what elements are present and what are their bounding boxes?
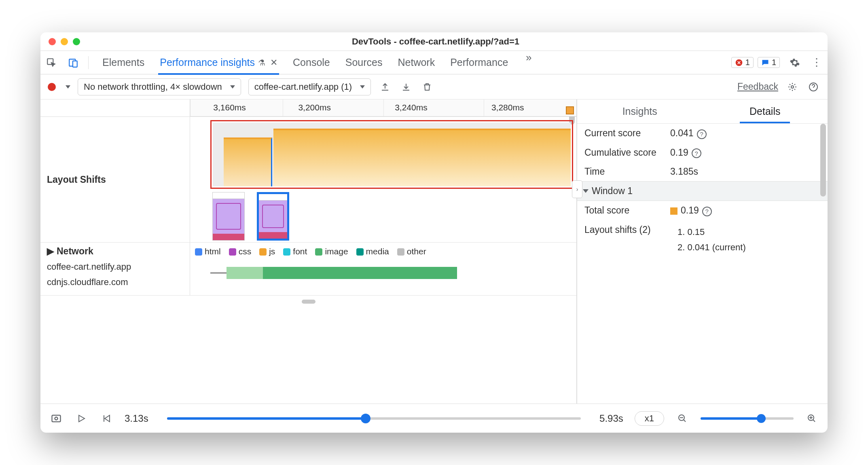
legend-swatch-other [397,248,404,256]
help-icon[interactable]: ? [697,129,707,139]
range-start: 3.13s [125,413,148,424]
cumulative-score-label: Cumulative score [584,147,665,158]
zoom-slider[interactable] [701,417,794,420]
tab-sources[interactable]: Sources [344,51,384,74]
tab-elements[interactable]: Elements [101,51,146,74]
network-legend: html css js font image media other [190,243,576,260]
screenshot-thumb-selected[interactable] [257,192,289,241]
minimize-window-icon[interactable] [61,38,68,45]
total-score-value: 0.19 [681,205,699,216]
titlebar: DevTools - coffee-cart.netlify.app/?ad=1 [40,32,828,51]
network-section-label[interactable]: ▶ Network [47,246,93,257]
tab-performance-insights[interactable]: Performance insights ⚗ ✕ [158,51,279,74]
network-request-bar[interactable] [210,267,457,279]
help-icon[interactable]: ? [692,148,701,158]
timeline-area: 3,160ms 3,200ms 3,240ms 3,280ms Layout S… [40,99,577,404]
panel-toolbar: No network throttling, 4× slowdown coffe… [40,74,828,99]
window-title: DevTools - coffee-cart.netlify.app/?ad=1 [80,36,791,47]
cls-window-highlight[interactable] [210,120,573,189]
zoom-in-icon[interactable] [805,412,819,425]
network-host[interactable]: cdnjs.cloudflare.com [47,277,128,287]
time-label: Time [584,166,665,177]
network-host[interactable]: coffee-cart.netlify.app [47,262,131,272]
inspect-icon[interactable] [44,56,58,70]
tab-performance[interactable]: Performance [449,51,510,74]
help-icon[interactable] [807,80,820,94]
svg-rect-2 [73,61,77,67]
maximize-window-icon[interactable] [73,38,80,45]
legend-swatch-media [356,248,364,256]
more-tabs-icon[interactable]: » [522,51,536,65]
export-icon[interactable] [378,80,392,94]
help-icon[interactable]: ? [702,207,712,216]
tab-network[interactable]: Network [396,51,437,74]
recording-select[interactable]: coffee-cart.netlify.app (1) [248,78,371,95]
svg-point-4 [791,86,794,88]
time-value: 3.185s [670,166,698,177]
experiment-icon: ⚗ [258,58,265,68]
legend-swatch-html [195,248,202,256]
collapse-triangle-icon [583,189,589,193]
device-toggle-icon[interactable] [66,56,80,70]
legend-swatch-image [315,248,322,256]
layout-shifts-count-label: Layout shifts (2) [584,224,665,235]
delete-icon[interactable] [420,80,434,94]
cls-marker-icon[interactable] [566,106,574,114]
current-score-value: 0.041 [670,128,694,138]
tick-label: 3,160ms [213,103,246,112]
tick-label: 3,240ms [395,103,428,112]
insights-tab[interactable]: Insights [577,99,703,123]
legend-swatch-css [229,248,236,256]
zoom-out-icon[interactable] [675,412,689,425]
import-icon[interactable] [399,80,413,94]
horizontal-scrollbar[interactable] [302,300,315,304]
devtools-tabs: Elements Performance insights ⚗ ✕ Consol… [40,51,828,74]
svg-point-7 [55,417,58,420]
legend-swatch-js [259,248,267,256]
time-ruler[interactable]: 3,160ms 3,200ms 3,240ms 3,280ms [190,99,576,116]
close-tab-icon[interactable]: ✕ [270,57,277,68]
rewind-icon[interactable] [100,412,113,425]
range-end: 5.93s [599,413,623,424]
current-score-label: Current score [584,128,665,139]
panel-settings-icon[interactable] [785,80,799,94]
tick-label: 3,200ms [298,103,331,112]
layout-shifts-track[interactable] [190,117,576,242]
details-tab[interactable]: Details [703,99,828,123]
svg-rect-6 [52,415,61,421]
error-count-badge[interactable]: 1 [731,57,754,68]
play-icon[interactable] [74,412,88,425]
total-score-label: Total score [584,205,665,216]
details-panel: › Insights Details Current score 0.041? … [577,99,828,404]
panel-collapse-handle[interactable]: › [572,180,582,198]
throttling-select[interactable]: No network throttling, 4× slowdown [78,78,241,95]
legend-swatch-font [283,248,290,256]
panel-scrollbar[interactable] [820,124,826,197]
feedback-link[interactable]: Feedback [737,81,778,92]
tick-label: 3,280ms [491,103,524,112]
shift-item[interactable]: 1. 0.15 [670,224,753,240]
kebab-menu-icon[interactable]: ⋮ [810,56,824,70]
shift-item[interactable]: 2. 0.041 (current) [670,240,753,255]
time-range-slider[interactable] [167,417,581,420]
expand-triangle-icon[interactable]: ▶ [47,246,54,257]
screenshot-thumb[interactable] [212,192,245,241]
window-section-header[interactable]: Window 1 [577,181,828,201]
record-button[interactable] [48,83,56,91]
settings-gear-icon[interactable] [788,56,802,70]
score-swatch-icon [670,207,677,215]
layout-shifts-label: Layout Shifts [40,117,190,242]
record-dropdown-icon[interactable] [66,85,70,89]
cumulative-score-value: 0.19 [670,147,688,158]
viewport-icon[interactable] [49,412,63,425]
message-count-badge[interactable]: 1 [758,57,780,68]
zoom-level[interactable]: x1 [635,411,664,426]
close-window-icon[interactable] [49,38,56,45]
tab-console[interactable]: Console [291,51,332,74]
playback-footer: 3.13s 5.93s x1 [40,404,828,433]
window-controls [40,38,80,45]
